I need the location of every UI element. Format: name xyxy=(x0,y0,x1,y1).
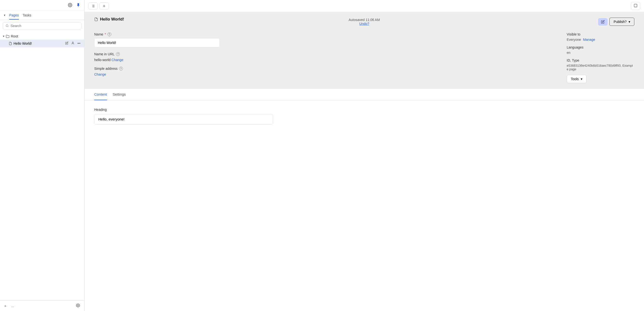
tab-content[interactable]: Content xyxy=(94,89,107,100)
folder-btn[interactable] xyxy=(631,2,640,10)
id-type-group: ID, Type e53683136e4240b6b516aec780d9ff9… xyxy=(567,58,634,71)
outline-view-btn[interactable] xyxy=(88,2,98,10)
tools-label: Tools xyxy=(571,77,579,81)
heading-input[interactable] xyxy=(94,114,273,124)
tree-item-hello-world[interactable]: Hello World! ••• xyxy=(0,40,84,47)
document-icon xyxy=(9,42,12,45)
name-label: Name * ? xyxy=(94,32,552,36)
page-doc-icon xyxy=(94,17,98,21)
svg-line-2 xyxy=(8,26,8,27)
content-tabs: Content Settings xyxy=(84,89,644,100)
settings-icon-btn[interactable] xyxy=(67,2,73,8)
content-area: Heading xyxy=(84,100,644,311)
search-input[interactable] xyxy=(11,24,79,28)
sidebar-search xyxy=(0,20,84,32)
page-title-area: Hello World! xyxy=(94,17,124,22)
chevron-icon: ▾ xyxy=(4,13,5,17)
fields-left: Name * ? Name in URL ? hello-world Chang… xyxy=(94,32,552,83)
autosave-text: Autosaved 11:06 AM xyxy=(348,18,380,22)
page-header-top: Hello World! Autosaved 11:06 AM Undo? Pu… xyxy=(94,17,634,26)
page-title: Hello World! xyxy=(100,17,124,22)
search-input-wrap xyxy=(3,22,82,29)
pages-collapse-btn[interactable]: ▾ xyxy=(4,12,5,19)
root-chevron-icon: ▾ xyxy=(3,34,4,38)
tree-root-row[interactable]: ▾ Root xyxy=(0,33,84,40)
svg-rect-13 xyxy=(634,4,637,7)
pin-icon-btn[interactable] xyxy=(75,2,82,8)
publish-chevron-icon: ▾ xyxy=(628,20,630,24)
simple-address-change-link[interactable]: Change xyxy=(94,72,106,76)
tree-item-label: Hello World! xyxy=(14,41,63,45)
more-options-btn[interactable]: ••• xyxy=(76,41,82,46)
sidebar-tabs: ▾ Pages Tasks xyxy=(0,10,84,20)
publish-label: Publish? xyxy=(614,20,626,24)
visible-to-value: Everyone Manage xyxy=(567,38,634,41)
required-star: * xyxy=(104,32,106,36)
more-options-bottom-btn[interactable]: ... xyxy=(10,303,16,309)
folder-view-icon xyxy=(634,3,638,7)
root-label: Root xyxy=(11,34,18,38)
name-url-help-icon[interactable]: ? xyxy=(116,52,120,56)
autosave-area: Autosaved 11:06 AM Undo? xyxy=(348,18,380,25)
tab-settings[interactable]: Settings xyxy=(113,89,126,100)
manage-link[interactable]: Manage xyxy=(583,38,595,41)
add-block-btn[interactable] xyxy=(100,2,109,10)
svg-point-3 xyxy=(72,42,74,43)
pencil-icon xyxy=(601,20,605,24)
publish-actions: Publish? ▾ xyxy=(598,18,634,26)
name-field-group: Name * ? xyxy=(94,32,552,52)
visible-to-label: Visible to xyxy=(567,32,634,36)
tools-chevron-icon: ▾ xyxy=(581,77,582,81)
svg-point-1 xyxy=(6,25,8,27)
languages-value: en xyxy=(567,51,634,54)
add-page-btn[interactable]: + xyxy=(3,303,8,309)
heading-label: Heading xyxy=(94,108,634,112)
languages-group: Languages en xyxy=(567,45,634,54)
sidebar-top xyxy=(0,0,84,10)
languages-label: Languages xyxy=(567,45,634,49)
svg-point-0 xyxy=(70,4,71,6)
sidebar-bottom: + ... xyxy=(0,300,84,311)
list-icon xyxy=(91,4,95,8)
visible-to-group: Visible to Everyone Manage xyxy=(567,32,634,41)
tab-tasks[interactable]: Tasks xyxy=(23,12,32,19)
id-type-value: e53683136e4240b6b516aec780d9ff93, Exampl… xyxy=(567,64,634,71)
fields-right: Visible to Everyone Manage Languages en … xyxy=(567,32,634,83)
edit-mode-btn[interactable] xyxy=(598,18,608,25)
publish-btn[interactable]: Publish? ▾ xyxy=(610,18,634,26)
edit-page-btn[interactable] xyxy=(64,41,69,46)
add-icon xyxy=(102,4,106,8)
tree-item-actions: ••• xyxy=(64,41,82,46)
id-type-label: ID, Type xyxy=(567,58,634,62)
search-icon xyxy=(6,24,9,27)
name-url-change-link[interactable]: Change xyxy=(112,58,124,62)
name-help-icon[interactable]: ? xyxy=(108,32,111,36)
main-content: Hello World! Autosaved 11:06 AM Undo? Pu… xyxy=(84,0,644,311)
name-url-label: Name in URL ? xyxy=(94,52,552,56)
simple-address-help-icon[interactable]: ? xyxy=(119,67,123,70)
simple-address-group: Simple address ? Change xyxy=(94,67,552,76)
folder-icon xyxy=(6,34,10,38)
user-page-btn[interactable] xyxy=(70,41,75,46)
main-topbar xyxy=(84,0,644,12)
simple-address-label: Simple address ? xyxy=(94,67,552,70)
name-url-value: hello-world xyxy=(94,58,111,62)
sidebar-tree: ▾ Root Hello World! xyxy=(0,32,84,300)
name-input[interactable] xyxy=(94,38,220,47)
sidebar: ▾ Pages Tasks ▾ Root Hello Wor xyxy=(0,0,84,311)
undo-link[interactable]: Undo? xyxy=(359,22,369,25)
tools-btn[interactable]: Tools ▾ xyxy=(567,75,586,83)
tab-pages[interactable]: Pages xyxy=(9,12,19,19)
page-header-wrapper: Hello World! Autosaved 11:06 AM Undo? Pu… xyxy=(84,12,644,89)
page-header-fields: Name * ? Name in URL ? hello-world Chang… xyxy=(94,32,634,83)
settings-bottom-btn[interactable] xyxy=(75,303,82,309)
svg-point-4 xyxy=(78,305,78,306)
name-url-group: Name in URL ? hello-world Change xyxy=(94,52,552,62)
